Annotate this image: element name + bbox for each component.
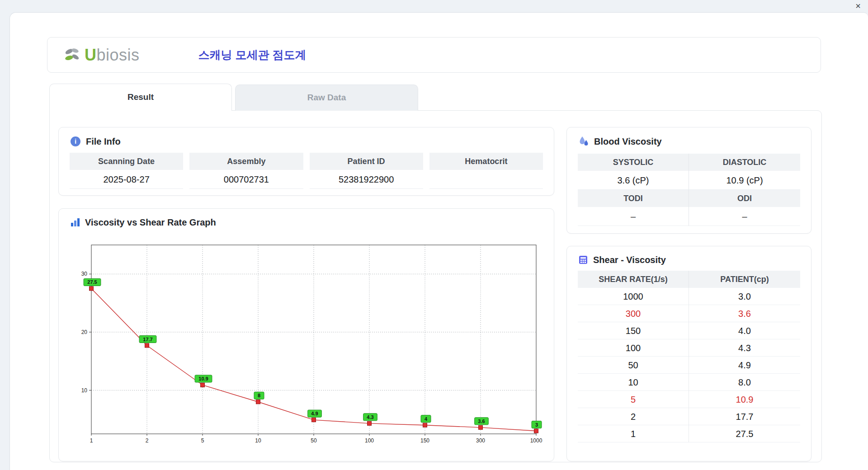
shear-viscosity-title: Shear - Viscosity <box>593 255 666 265</box>
chart-point <box>145 343 149 348</box>
chart-point-label: 8 <box>258 393 260 398</box>
file-info-title: File Info <box>86 136 121 147</box>
shear-viscosity-card: Shear - Viscosity SHEAR RATE(1/s) PATIEN… <box>566 246 811 461</box>
table-row: 3003.6 <box>578 305 800 322</box>
shear-rate-cell: 10 <box>578 374 689 391</box>
shear-rate-cell: 100 <box>578 339 689 357</box>
table-row: 10003.0 <box>578 288 800 305</box>
graph-header: Viscosity vs Shear Rate Graph <box>59 209 554 228</box>
file-info-field: Assembly000702731 <box>189 153 303 189</box>
chart-point-label: 17.7 <box>143 337 152 342</box>
chart-point-label: 4 <box>425 416 428 422</box>
shear-rate-cell: 1000 <box>578 288 689 305</box>
field-label: Hematocrit <box>429 153 543 170</box>
graph-title: Viscosity vs Shear Rate Graph <box>85 217 216 228</box>
metric-value: – <box>578 207 689 226</box>
patient-cell: 3.6 <box>689 305 800 322</box>
blood-viscosity-header: Blood Viscosity <box>567 127 811 147</box>
chart-point <box>256 400 260 404</box>
tab-result[interactable]: Result <box>49 84 232 111</box>
metric-value: 3.6 (cP) <box>578 171 689 190</box>
x-tick-label: 2 <box>146 437 149 444</box>
metric-label: SYSTOLIC <box>578 154 689 171</box>
chart-point-label: 3 <box>535 422 538 428</box>
file-info-header: i File Info <box>59 127 554 147</box>
shear-rate-cell: 5 <box>578 391 689 408</box>
field-value: 000702731 <box>189 170 303 189</box>
y-tick-label: 30 <box>81 271 88 277</box>
chart-point <box>534 429 538 433</box>
content-frame: i File Info Scanning Date2025-08-27Assem… <box>49 110 822 462</box>
chart-point <box>201 383 205 387</box>
shear-rate-cell: 50 <box>578 357 689 374</box>
table-row: 217.7 <box>578 408 800 425</box>
patient-cell: 4.0 <box>689 322 800 339</box>
patient-cell: 8.0 <box>689 374 800 391</box>
water-drops-icon <box>578 136 590 147</box>
table-row: 510.9 <box>578 391 800 408</box>
patient-cell: 10.9 <box>689 391 800 408</box>
field-value: 52381922900 <box>310 170 423 189</box>
patient-cell: 27.5 <box>689 425 800 442</box>
page-title: 스캐닝 모세관 점도계 <box>198 47 307 62</box>
close-icon[interactable]: × <box>855 1 861 11</box>
x-tick-label: 10 <box>255 437 261 444</box>
column-shear-rate: SHEAR RATE(1/s) <box>578 271 689 288</box>
patient-cell: 4.3 <box>689 339 800 357</box>
shear-viscosity-rows: 10003.03003.61504.01004.3504.9108.0510.9… <box>578 288 800 442</box>
x-tick-label: 100 <box>365 437 374 444</box>
metric-value: 10.9 (cP) <box>689 171 800 190</box>
chart-point-label: 4.3 <box>367 414 373 420</box>
viscosity-chart: 1020301251050100150300100027.517.710.984… <box>72 237 542 453</box>
shear-rate-cell: 300 <box>578 305 689 322</box>
chart-point <box>312 418 316 422</box>
table-row: 504.9 <box>578 357 800 374</box>
file-info-field: Hematocrit <box>429 153 543 189</box>
chart-point-label: 4.9 <box>311 411 318 416</box>
leaf-logo-icon <box>63 46 82 64</box>
header-card: Ubiosis 스캐닝 모세관 점도계 <box>47 37 821 73</box>
shear-rate-cell: 1 <box>578 425 689 442</box>
x-tick-label: 5 <box>201 437 204 444</box>
table-row: 108.0 <box>578 374 800 391</box>
file-info-card: i File Info Scanning Date2025-08-27Assem… <box>58 127 554 196</box>
metric-label: DIASTOLIC <box>689 154 800 171</box>
x-tick-label: 50 <box>311 437 317 444</box>
chart-point-label: 10.9 <box>198 376 208 381</box>
logo-text: Ubiosis <box>85 46 140 65</box>
y-tick-label: 20 <box>81 329 88 335</box>
tab-raw-data[interactable]: Raw Data <box>235 85 418 111</box>
column-patient: PATIENT(cp) <box>689 271 800 288</box>
x-tick-label: 1 <box>90 437 93 444</box>
patient-cell: 17.7 <box>689 408 800 425</box>
chart-point-label: 27.5 <box>87 279 97 285</box>
x-tick-label: 1000 <box>530 437 542 444</box>
table-grid-icon <box>578 254 589 265</box>
shear-viscosity-columns: SHEAR RATE(1/s) PATIENT(cp) <box>578 271 800 288</box>
chart-point-label: 3.6 <box>478 418 485 424</box>
y-tick-label: 10 <box>81 387 88 394</box>
shear-viscosity-header: Shear - Viscosity <box>567 246 811 265</box>
shear-viscosity-table: SHEAR RATE(1/s) PATIENT(cp) 10003.03003.… <box>567 271 811 442</box>
x-tick-label: 150 <box>420 437 429 444</box>
field-value <box>429 170 543 189</box>
field-label: Assembly <box>189 153 303 170</box>
metric-label: TODI <box>578 190 689 207</box>
blood-viscosity-grid: SYSTOLICDIASTOLIC3.6 (cP)10.9 (cP)TODIOD… <box>578 154 800 226</box>
shear-rate-cell: 150 <box>578 322 689 339</box>
file-info-fields: Scanning Date2025-08-27Assembly000702731… <box>70 153 543 189</box>
info-icon: i <box>70 136 81 147</box>
series-line <box>91 288 536 431</box>
blood-viscosity-card: Blood Viscosity SYSTOLICDIASTOLIC3.6 (cP… <box>566 127 811 234</box>
table-row: 1004.3 <box>578 339 800 357</box>
ubiosis-logo: Ubiosis <box>63 46 140 65</box>
patient-cell: 4.9 <box>689 357 800 374</box>
table-row: 1504.0 <box>578 322 800 339</box>
field-label: Scanning Date <box>70 153 183 170</box>
graph-card: Viscosity vs Shear Rate Graph 1020301251… <box>58 208 554 461</box>
file-info-field: Scanning Date2025-08-27 <box>70 153 183 189</box>
metric-label: ODI <box>689 190 800 207</box>
bar-chart-icon <box>70 217 80 228</box>
chart-point <box>368 421 372 425</box>
field-label: Patient ID <box>310 153 423 170</box>
